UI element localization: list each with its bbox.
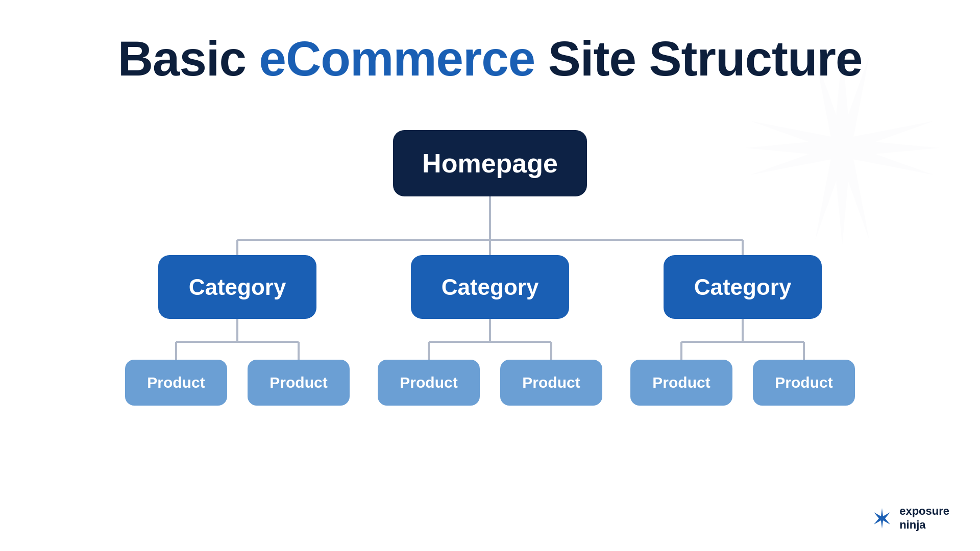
product-node-4: Product <box>500 360 602 406</box>
product-node-2: Product <box>248 360 350 406</box>
category-node-right: Category <box>664 255 822 319</box>
product-node-3: Product <box>378 360 480 406</box>
category-node-left: Category <box>158 255 316 319</box>
branding: exposure ninja <box>871 505 949 532</box>
product-label-4: Product <box>522 374 580 391</box>
product-node-1: Product <box>125 360 227 406</box>
product-node-6: Product <box>753 360 855 406</box>
product-label-6: Product <box>775 374 832 391</box>
nodes-layer: Homepage Category Category Category Prod… <box>56 97 924 434</box>
product-label-1: Product <box>147 374 205 391</box>
product-label-2: Product <box>270 374 327 391</box>
page-title: Basic eCommerce Site Structure <box>0 0 980 97</box>
product-node-5: Product <box>630 360 732 406</box>
brand-line2: ninja <box>899 518 949 532</box>
diagram-container: Homepage Category Category Category Prod… <box>56 97 924 434</box>
title-part3: Site Structure <box>535 31 862 86</box>
svg-point-20 <box>880 516 884 520</box>
category-node-middle: Category <box>411 255 569 319</box>
title-part1: Basic <box>118 31 259 86</box>
brand-line1: exposure <box>899 505 949 518</box>
brand-name: exposure ninja <box>899 505 949 532</box>
title-part2: eCommerce <box>259 31 535 86</box>
homepage-node: Homepage <box>393 130 587 196</box>
homepage-label: Homepage <box>422 148 558 179</box>
product-label-5: Product <box>652 374 710 391</box>
product-label-3: Product <box>400 374 457 391</box>
ninja-star-icon <box>871 507 893 530</box>
category-label-right: Category <box>694 274 792 300</box>
category-label-left: Category <box>189 274 286 300</box>
category-label-middle: Category <box>442 274 539 300</box>
